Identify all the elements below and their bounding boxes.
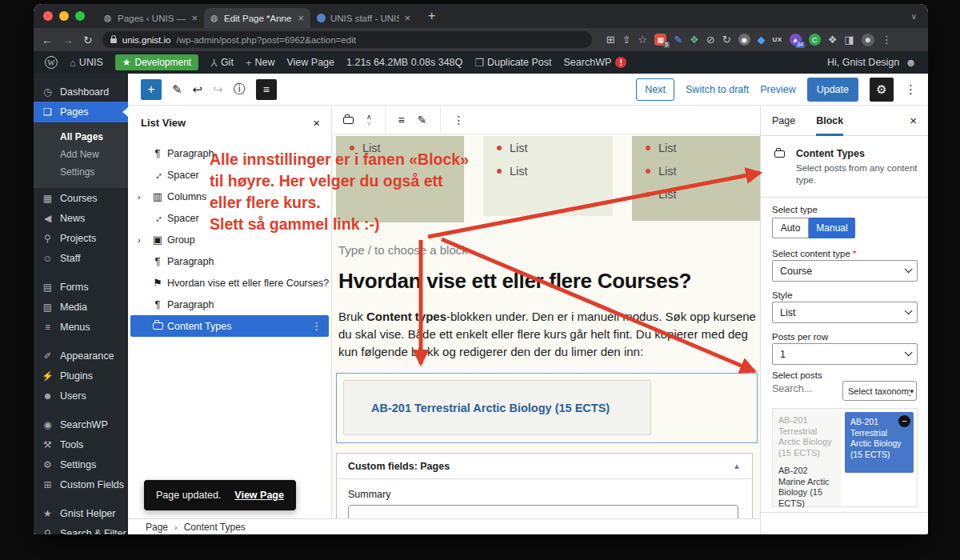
admin-bar-searchwp[interactable]: SearchWP! (564, 57, 627, 68)
sidebar-item-appearance[interactable]: ✐Appearance (34, 346, 128, 366)
selected-content-types-block[interactable]: AB-201 Terrestrial Arctic Biology (15 EC… (336, 373, 758, 443)
select-taxonomy-button[interactable]: Select taxonomy▾ (842, 381, 917, 401)
view-page-link[interactable]: View Page (234, 490, 284, 501)
list-view-item-columns[interactable]: ›▥Columns (128, 186, 331, 207)
page-heading[interactable]: Hvordan vise ett eller flere Courses? (338, 269, 691, 294)
sidebar-item-media[interactable]: ▨Media (34, 297, 128, 317)
posts-per-row-select[interactable]: 1 (772, 343, 918, 365)
tab-edit-page[interactable]: ◍ Edit Page *Anne sin side* ‹ UNI × (204, 8, 310, 28)
sidebar-item-pages[interactable]: ❏Pages (34, 102, 128, 122)
list-view-item-spacer[interactable]: ↔Spacer (128, 207, 331, 229)
sidebar-item-courses[interactable]: ▦Courses (34, 188, 128, 208)
admin-bar-account[interactable]: Hi, Gnist Design ☻ (827, 56, 917, 69)
course-card[interactable]: AB-201 Terrestrial Arctic Biology (15 EC… (343, 380, 651, 435)
list-view-item-group[interactable]: ›▣Group (128, 229, 331, 250)
column-block[interactable]: List (336, 136, 464, 222)
custom-fields-header[interactable]: Custom fields: Pages ▲ (337, 454, 752, 479)
settings-gear-button[interactable]: ⚙ (870, 78, 894, 102)
share-icon[interactable]: ⇧ (622, 34, 631, 46)
admin-bar-duplicate-post[interactable]: ❐Duplicate Post (474, 57, 551, 69)
body-paragraph[interactable]: Bruk Content types-blokken under. Den er… (338, 308, 758, 361)
admin-bar-site[interactable]: ⌂UNIS (70, 57, 103, 69)
details-info-icon[interactable]: ⓘ (234, 82, 246, 97)
maximize-window-button[interactable] (75, 11, 85, 21)
editor-options-icon[interactable]: ⋮ (905, 82, 917, 97)
block-options-icon[interactable]: ⋮ (311, 320, 322, 332)
available-post-item[interactable]: AB-201 Terrestrial Arctic Biology (15 EC… (778, 415, 836, 458)
address-bar[interactable]: unis.gnist.io/wp-admin/post.php?post=696… (102, 31, 592, 48)
list-item[interactable]: List (483, 136, 613, 159)
extension-pen-icon[interactable]: ✎ (674, 34, 682, 46)
list-view-item-paragraph[interactable]: ¶Paragraph (128, 294, 331, 315)
edit-pencil-icon[interactable]: ✎ (418, 114, 427, 126)
move-down-icon[interactable]: ∨ (366, 120, 372, 126)
redo-icon[interactable]: ↪ (213, 82, 223, 97)
sidebar-item-custom-fields[interactable]: ⊞Custom Fields (34, 474, 128, 494)
next-button[interactable]: Next (636, 78, 674, 101)
admin-bar-new[interactable]: +New (246, 57, 275, 69)
sidebar-item-search-filter[interactable]: ⚲Search & Filter (34, 523, 128, 534)
sidebar-item-tools[interactable]: ⚒Tools (34, 434, 128, 454)
tab-page[interactable]: Page (772, 106, 795, 136)
tab-search-chevron-icon[interactable]: ∨ (911, 12, 917, 21)
close-tab-icon[interactable]: × (191, 12, 198, 24)
sidebar-item-staff[interactable]: ☺Staff (34, 248, 128, 268)
close-sidebar-icon[interactable]: × (910, 114, 917, 127)
breadcrumb-page[interactable]: Page (146, 522, 168, 533)
list-item[interactable]: List (336, 136, 464, 159)
extension-refresh-icon[interactable]: ↻ (722, 34, 731, 46)
selected-post-chip[interactable]: AB-201 Terrestrial Arctic Biology (15 EC… (845, 412, 914, 473)
admin-bar-git[interactable]: YGit (210, 57, 234, 69)
collapse-caret-icon[interactable]: ▲ (733, 462, 741, 470)
close-tab-icon[interactable]: × (298, 12, 304, 24)
new-tab-button[interactable]: + (428, 9, 435, 23)
sidebar-item-settings[interactable]: ⚙Settings (34, 454, 128, 474)
summary-input[interactable] (348, 505, 738, 518)
style-select[interactable]: List (772, 302, 918, 323)
list-item[interactable]: List (632, 182, 760, 206)
breadcrumb-content-types[interactable]: Content Types (184, 522, 246, 533)
block-inserter-button[interactable]: + (141, 79, 162, 100)
sidebar-item-searchwp[interactable]: ◉SearchWP (34, 414, 128, 434)
drag-handle-icon[interactable]: ≡ (398, 114, 405, 126)
sidebar-item-plugins[interactable]: ⚡Plugins (34, 366, 128, 386)
sidebar-item-gnist-helper[interactable]: ★Gnist Helper (34, 503, 128, 523)
sidebar-item-projects[interactable]: ⚲Projects (34, 228, 128, 248)
list-item[interactable]: List (632, 159, 760, 182)
posts-search-input[interactable] (772, 383, 839, 394)
list-view-item-heading[interactable]: ⚑Hvordan vise ett eller flere Courses? (128, 272, 331, 294)
edit-mode-icon[interactable]: ✎ (172, 82, 182, 97)
reload-button[interactable]: ↻ (83, 34, 93, 46)
block-options-icon[interactable]: ⋮ (454, 114, 465, 126)
column-block[interactable]: List List List (632, 136, 760, 221)
extension-c-icon[interactable]: C (809, 34, 821, 46)
column-block[interactable]: List List (483, 136, 613, 216)
content-types-icon[interactable] (343, 114, 354, 126)
content-type-select[interactable]: Course (772, 260, 918, 282)
close-list-view-icon[interactable]: × (313, 116, 320, 130)
submenu-item-settings[interactable]: Settings (34, 163, 128, 181)
tab-block[interactable]: Block (816, 106, 843, 136)
course-link[interactable]: AB-201 Terrestrial Arctic Biology (15 EC… (371, 402, 610, 414)
extension-gem-icon[interactable]: ◆ (758, 34, 766, 46)
auto-option-button[interactable]: Auto (772, 218, 809, 238)
remove-post-icon[interactable]: − (898, 415, 910, 427)
tab-unis-staff[interactable]: UNIS staff - UNIS × (310, 8, 417, 28)
sidebar-item-news[interactable]: ◀News (34, 208, 128, 228)
minimize-window-button[interactable] (59, 11, 69, 21)
puzzle-extensions-icon[interactable]: ❖ (828, 34, 838, 46)
extension-camera-icon[interactable]: ◉ (738, 34, 750, 46)
manual-option-button[interactable]: Manual (809, 218, 855, 238)
preview-button[interactable]: Preview (760, 84, 795, 95)
extension-grid-icon[interactable]: ▦5 (654, 34, 666, 46)
browser-profile-avatar[interactable]: ☻ (862, 34, 874, 46)
list-view-item-paragraph[interactable]: ¶Paragraph (128, 142, 331, 164)
list-view-item-paragraph[interactable]: ¶Paragraph (128, 250, 331, 272)
list-item[interactable]: List (483, 159, 613, 182)
update-button[interactable]: Update (807, 78, 858, 102)
extension-green-icon[interactable]: ❖ (690, 34, 699, 46)
switch-to-draft-button[interactable]: Switch to draft (686, 84, 749, 95)
expand-chevron-icon[interactable]: › (138, 235, 148, 245)
admin-bar-view-page[interactable]: View Page (286, 57, 334, 68)
forward-button[interactable]: → (62, 34, 74, 46)
